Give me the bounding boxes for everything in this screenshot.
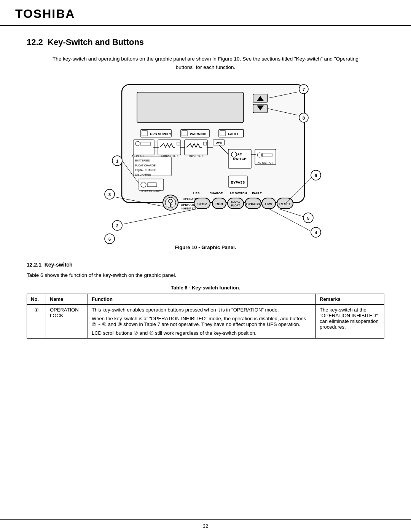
svg-text:FLOAT: FLOAT <box>231 204 241 207</box>
svg-text:1: 1 <box>116 159 118 163</box>
svg-text:STOP: STOP <box>198 202 207 206</box>
svg-text:RESET: RESET <box>279 202 291 206</box>
svg-text:4: 4 <box>315 230 317 235</box>
svg-rect-50 <box>147 183 157 187</box>
row-name: OPERATIONLOCK <box>46 305 88 339</box>
svg-rect-27 <box>177 142 180 145</box>
svg-point-49 <box>141 182 146 187</box>
svg-rect-46 <box>263 153 272 157</box>
col-header-remarks: Remarks <box>316 294 384 305</box>
row-function: This key-switch enables operation button… <box>88 305 316 339</box>
svg-line-96 <box>279 209 303 217</box>
svg-text:UPS SUPPLY: UPS SUPPLY <box>150 132 171 136</box>
panel-svg: SCROLL 7 8 UPS SUPPLY <box>84 81 350 244</box>
page-number: 32 <box>203 523 208 529</box>
svg-rect-20 <box>220 131 225 136</box>
svg-text:UPS: UPS <box>265 202 272 206</box>
svg-line-88 <box>122 209 198 224</box>
svg-text:AC: AC <box>237 152 242 156</box>
main-content: 12.2 Key-Switch and Buttons The key-swit… <box>0 26 411 350</box>
svg-point-45 <box>257 153 262 157</box>
panel-diagram: SCROLL 7 8 UPS SUPPLY <box>84 81 327 241</box>
svg-text:SWITCH: SWITCH <box>233 157 247 161</box>
svg-text:9: 9 <box>315 173 317 178</box>
intro-text: The key-switch and operating buttons on … <box>27 55 384 71</box>
svg-text:AC OUTPUT: AC OUTPUT <box>258 161 273 164</box>
svg-rect-14 <box>142 131 147 136</box>
svg-text:3: 3 <box>108 192 111 197</box>
svg-text:INVERTER: INVERTER <box>189 155 202 157</box>
table-caption: Table 6 - Key-switch function. <box>27 285 384 291</box>
svg-text:2: 2 <box>116 224 118 228</box>
svg-text:BYPASS: BYPASS <box>231 181 245 184</box>
svg-text:EQUAL: EQUAL <box>231 200 241 203</box>
svg-text:EQUAL CHARGE: EQUAL CHARGE <box>135 169 156 172</box>
svg-text:CHARGE: CHARGE <box>210 192 223 195</box>
svg-text:UPS: UPS <box>193 192 200 195</box>
col-header-no: No. <box>27 294 46 305</box>
svg-text:FAULT: FAULT <box>228 132 239 136</box>
subsection-title: 12.2.1 Key-switch <box>27 262 384 268</box>
svg-rect-1 <box>137 92 244 123</box>
diagram-container: SCROLL 7 8 UPS SUPPLY <box>27 81 384 241</box>
col-header-function: Function <box>88 294 316 305</box>
svg-text:BYPASS: BYPASS <box>246 202 260 206</box>
svg-rect-24 <box>141 142 150 146</box>
svg-text:BATTERIES: BATTERIES <box>135 159 150 162</box>
table-row: ① OPERATIONLOCK This key-switch enables … <box>27 305 384 339</box>
table-intro: Table 6 shows the function of the key-sw… <box>27 272 384 279</box>
svg-text:UPS: UPS <box>216 141 222 144</box>
row-remarks: The key-switch at the "OPERATION INHIBIT… <box>316 305 384 339</box>
svg-text:5: 5 <box>307 216 309 220</box>
svg-text:AC SWITCH: AC SWITCH <box>229 192 247 195</box>
col-header-name: Name <box>46 294 88 305</box>
svg-point-23 <box>135 141 140 146</box>
svg-text:FAULT: FAULT <box>252 192 261 195</box>
svg-text:FLOAT CHARGE: FLOAT CHARGE <box>135 164 156 167</box>
row-no: ① <box>27 305 46 339</box>
svg-point-43 <box>231 152 237 157</box>
svg-text:RUN: RUN <box>215 202 223 206</box>
key-switch-table: No. Name Function Remarks ① OPERATIONLOC… <box>27 294 384 339</box>
svg-rect-30 <box>204 142 207 145</box>
svg-text:DISCHARGE: DISCHARGE <box>135 173 151 176</box>
page-header: TOSHIBA <box>0 0 411 26</box>
svg-text:6: 6 <box>108 237 111 241</box>
figure-caption: Figure 10 - Graphic Panel. <box>27 244 384 250</box>
toshiba-logo: TOSHIBA <box>15 7 396 21</box>
svg-text:8: 8 <box>303 116 305 120</box>
svg-rect-71 <box>228 198 244 209</box>
svg-text:WARNING: WARNING <box>190 132 207 136</box>
svg-text:BYPASS INPUT: BYPASS INPUT <box>142 190 161 193</box>
svg-rect-17 <box>182 131 187 136</box>
svg-text:7: 7 <box>303 87 305 92</box>
section-title: 12.2 Key-Switch and Buttons <box>27 37 384 47</box>
page-footer: 32 <box>0 519 411 532</box>
subsection-12-2-1: 12.2.1 Key-switch Table 6 shows the func… <box>27 262 384 339</box>
